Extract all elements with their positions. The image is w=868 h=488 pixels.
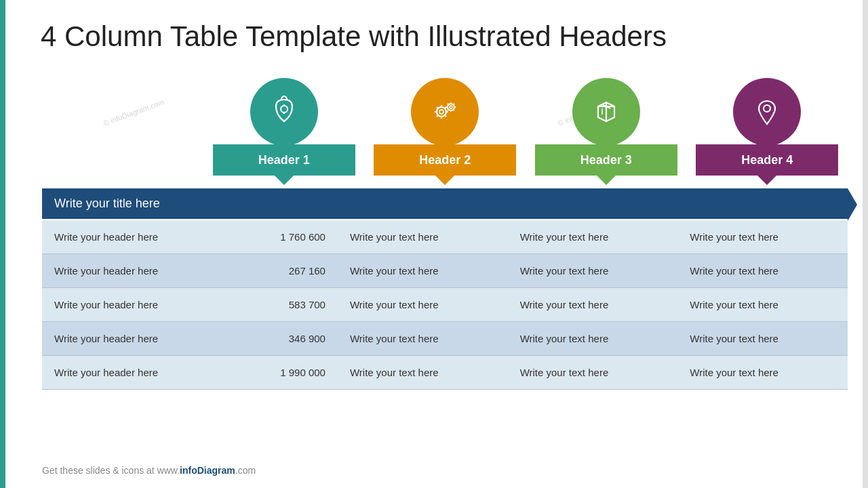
left-accent-bar <box>0 0 5 488</box>
row-text-cell: Write your text here <box>677 220 848 254</box>
table-row: Write your header here1 760 600Write you… <box>42 220 848 254</box>
row-header-cell: Write your header here <box>42 356 212 390</box>
svg-point-4 <box>439 110 443 114</box>
page-title: 4 Column Table Template with Illustrated… <box>41 20 667 53</box>
header3-label: Header 3 <box>535 144 677 176</box>
row-text-cell: Write your text here <box>338 254 508 288</box>
table-row: Write your header here267 160Write your … <box>42 254 848 288</box>
row-header-cell: Write your header here <box>42 254 212 288</box>
row-number-cell: 1 990 000 <box>212 356 338 390</box>
row-text-cell: Write your text here <box>508 220 678 254</box>
row-text-cell: Write your text here <box>677 254 848 288</box>
row-text-cell: Write your text here <box>508 254 678 288</box>
money-bag-icon <box>267 94 302 129</box>
location-pin-icon <box>749 94 785 129</box>
footer-text-after: .com <box>235 465 256 476</box>
header2-label: Header 2 <box>374 144 516 176</box>
table-row: Write your header here346 900Write your … <box>42 322 848 356</box>
row-text-cell: Write your text here <box>508 322 678 356</box>
header4-icon-circle <box>733 78 801 146</box>
right-accent-bar <box>863 0 868 488</box>
box-icon <box>589 94 624 129</box>
row-number-cell: 1 760 600 <box>212 220 338 254</box>
row-text-cell: Write your text here <box>508 356 678 390</box>
svg-point-6 <box>450 106 452 108</box>
table-title-text: Write your title here <box>54 197 160 210</box>
row-text-cell: Write your text here <box>338 322 508 356</box>
row-text-cell: Write your text here <box>338 356 508 390</box>
row-text-cell: Write your text here <box>338 288 508 322</box>
header1-icon-circle <box>250 78 318 146</box>
col-header-3: Header 3 <box>526 78 687 176</box>
col-header-4: Header 4 <box>687 78 848 176</box>
footer-brand: infoDiagram <box>180 465 235 476</box>
header2-icon-circle <box>411 78 479 146</box>
row-text-cell: Write your text here <box>508 288 678 322</box>
header4-label: Header 4 <box>696 144 838 176</box>
header1-label: Header 1 <box>213 144 355 176</box>
table-row: Write your header here583 700Write your … <box>42 288 848 322</box>
row-header-cell: Write your header here <box>42 288 212 322</box>
headers-area: Header 1 Header 2 <box>203 78 848 176</box>
row-text-cell: Write your text here <box>677 288 848 322</box>
svg-point-7 <box>764 105 770 112</box>
table-title-row: Write your title here <box>42 188 848 219</box>
row-header-cell: Write your header here <box>42 220 212 254</box>
watermark: © infoDiagram.com <box>102 98 165 127</box>
row-text-cell: Write your text here <box>338 220 508 254</box>
row-text-cell: Write your text here <box>677 322 848 356</box>
row-header-cell: Write your header here <box>42 322 212 356</box>
svg-point-0 <box>281 106 288 113</box>
footer-text-before: Get these slides & icons at www. <box>42 465 180 476</box>
gears-icon <box>427 94 462 129</box>
row-number-cell: 346 900 <box>212 322 338 356</box>
table-row: Write your header here1 990 000Write you… <box>42 356 848 390</box>
row-text-cell: Write your text here <box>677 356 848 390</box>
row-number-cell: 267 160 <box>212 254 338 288</box>
data-table: Write your header here1 760 600Write you… <box>42 220 848 390</box>
col-header-1: Header 1 <box>203 78 365 176</box>
col-header-2: Header 2 <box>365 78 526 176</box>
table-area: Write your title here Write your header … <box>42 188 848 390</box>
row-number-cell: 583 700 <box>212 288 338 322</box>
footer: Get these slides & icons at www.infoDiag… <box>42 465 256 476</box>
header3-icon-circle <box>572 78 640 146</box>
